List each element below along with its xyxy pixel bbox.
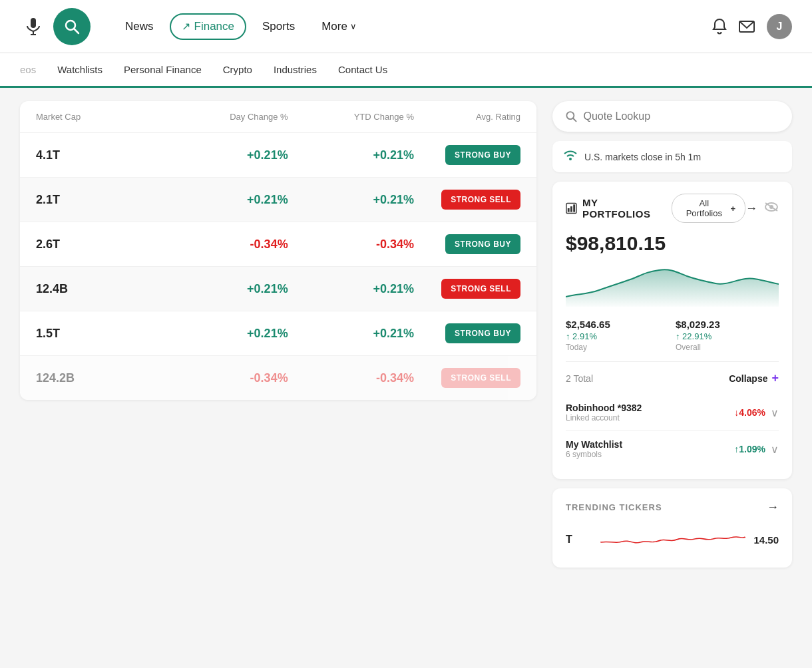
today-change: ↑ 2.91% <box>566 331 669 341</box>
portfolios-card: MY PORTFOLIOS All Portfolios + → <box>552 182 792 479</box>
market-cap-cell: 4.1T <box>36 148 162 162</box>
portfolios-arrow[interactable]: → <box>745 202 757 216</box>
overall-change: ↑ 22.91% <box>676 331 779 341</box>
svg-rect-11 <box>570 206 572 212</box>
rating-badge: STRONG SELL <box>441 279 520 299</box>
account-row-watchlist: My Watchlist 6 symbols ↑1.09% ∨ <box>566 431 779 467</box>
sub-nav-crypto[interactable]: Crypto <box>223 61 252 78</box>
rating-cell: STRONG BUY <box>414 323 520 343</box>
nav-finance-label: Finance <box>194 20 234 33</box>
main-nav: News ↗ Finance Sports More ∨ <box>114 13 702 40</box>
mail-icon <box>739 21 755 33</box>
table-row: 124.2B -0.34% -0.34% STRONG SELL <box>20 356 536 400</box>
svg-line-4 <box>75 29 79 33</box>
plus-icon-small: + <box>730 204 735 214</box>
trending-title: TRENDING TICKERS <box>566 502 662 512</box>
market-status-text: U.S. markets close in 5h 1m <box>584 152 701 162</box>
quote-lookup-box[interactable] <box>552 101 792 132</box>
svg-point-8 <box>569 158 572 160</box>
col-day-change: Day Change % <box>162 112 288 122</box>
sub-nav-contact-us[interactable]: Contact Us <box>338 61 387 78</box>
nav-more[interactable]: More ∨ <box>311 15 367 39</box>
table-row: 4.1T +0.21% +0.21% STRONG BUY <box>20 133 536 178</box>
trending-header: TRENDING TICKERS → <box>566 500 779 514</box>
account-row-robinhood: Robinhood *9382 Linked account ↓4.06% ∨ <box>566 395 779 431</box>
ticker-price: 14.50 <box>753 534 779 546</box>
ytd-change-cell: +0.21% <box>288 327 414 341</box>
portfolio-chart-icon <box>566 202 577 214</box>
rating-cell: STRONG BUY <box>414 234 520 254</box>
all-portfolios-button[interactable]: All Portfolios + <box>672 194 745 223</box>
trending-arrow[interactable]: → <box>767 500 779 514</box>
nav-news[interactable]: News <box>114 15 164 39</box>
market-cap-cell: 1.5T <box>36 327 162 341</box>
portfolio-footer: 2 Total Collapse + <box>566 371 779 385</box>
finance-trend-icon: ↗ <box>182 20 190 33</box>
col-market-cap: Market Cap <box>36 112 162 122</box>
sub-nav-personal-finance[interactable]: Personal Finance <box>124 61 202 78</box>
chevron-down-icon[interactable]: ∨ <box>771 407 779 419</box>
mail-button[interactable] <box>739 21 755 33</box>
trending-card: TRENDING TICKERS → T 14.50 <box>552 488 792 568</box>
account-sub: Linked account <box>566 413 642 422</box>
table-row: 2.1T +0.21% +0.21% STRONG SELL <box>20 178 536 222</box>
table-row: 2.6T -0.34% -0.34% STRONG BUY <box>20 222 536 267</box>
rating-badge: STRONG SELL <box>441 368 520 388</box>
market-cap-cell: 124.2B <box>36 371 162 385</box>
svg-line-7 <box>573 118 576 122</box>
mic-icon <box>26 17 41 36</box>
notification-button[interactable] <box>712 19 727 35</box>
header-icons: J <box>712 14 792 39</box>
sub-nav: eos Watchlists Personal Finance Crypto I… <box>0 53 812 88</box>
today-label: Today <box>566 343 669 352</box>
quote-search-icon <box>566 110 577 122</box>
table-row: 12.4B +0.21% +0.21% STRONG SELL <box>20 267 536 311</box>
search-button[interactable] <box>53 8 91 45</box>
nav-finance[interactable]: ↗ Finance <box>170 13 246 40</box>
overall-value: $8,029.23 <box>676 319 779 330</box>
overall-label: Overall <box>676 343 779 352</box>
market-status: U.S. markets close in 5h 1m <box>552 141 792 172</box>
col-avg-rating: Avg. Rating <box>414 112 520 122</box>
portfolio-total-value: $98,810.15 <box>566 232 779 255</box>
mic-button[interactable] <box>20 13 47 40</box>
overall-stat: $8,029.23 ↑ 22.91% Overall <box>676 319 779 352</box>
account-name: Robinhood *9382 <box>566 403 642 413</box>
market-cap-cell: 12.4B <box>36 282 162 296</box>
bell-icon <box>712 19 727 35</box>
main-content: Market Cap Day Change % YTD Change % Avg… <box>0 88 812 660</box>
nav-sports[interactable]: Sports <box>252 15 305 39</box>
ytd-change-cell: +0.21% <box>288 193 414 207</box>
today-stat: $2,546.65 ↑ 2.91% Today <box>566 319 669 352</box>
ytd-change-cell: +0.21% <box>288 148 414 162</box>
table-header: Market Cap Day Change % YTD Change % Avg… <box>20 101 536 133</box>
hide-icon[interactable] <box>764 202 779 215</box>
total-count: 2 Total <box>566 373 593 384</box>
portfolios-header: MY PORTFOLIOS All Portfolios + → <box>566 194 779 223</box>
sub-nav-industries[interactable]: Industries <box>274 61 317 78</box>
rating-badge: STRONG BUY <box>445 145 520 165</box>
table-area: Market Cap Day Change % YTD Change % Avg… <box>20 101 536 647</box>
day-change-cell: -0.34% <box>162 238 288 251</box>
ticker-row-T: T 14.50 <box>566 524 779 556</box>
sub-nav-watchlists[interactable]: Watchlists <box>57 61 102 78</box>
ticker-sparkline <box>600 529 745 550</box>
rating-cell: STRONG BUY <box>414 145 520 165</box>
sub-nav-videos[interactable]: eos <box>20 61 36 78</box>
col-ytd-change: YTD Change % <box>288 112 414 122</box>
day-change-cell: -0.34% <box>162 371 288 385</box>
quote-lookup-input[interactable] <box>584 110 779 122</box>
ticker-symbol: T <box>566 534 592 546</box>
account-change: ↓4.06% <box>734 407 765 418</box>
svg-rect-12 <box>573 204 575 212</box>
rating-badge: STRONG BUY <box>445 323 520 343</box>
chevron-down-icon[interactable]: ∨ <box>771 443 779 456</box>
chevron-down-icon: ∨ <box>350 21 357 31</box>
account-sub: 6 symbols <box>566 450 622 459</box>
wifi-icon <box>563 148 578 166</box>
portfolio-stats: $2,546.65 ↑ 2.91% Today $8,029.23 ↑ 22.9… <box>566 319 779 362</box>
avatar[interactable]: J <box>767 14 792 39</box>
ytd-change-cell: -0.34% <box>288 371 414 385</box>
account-change: ↑1.09% <box>734 444 765 454</box>
collapse-button[interactable]: Collapse + <box>729 371 779 385</box>
